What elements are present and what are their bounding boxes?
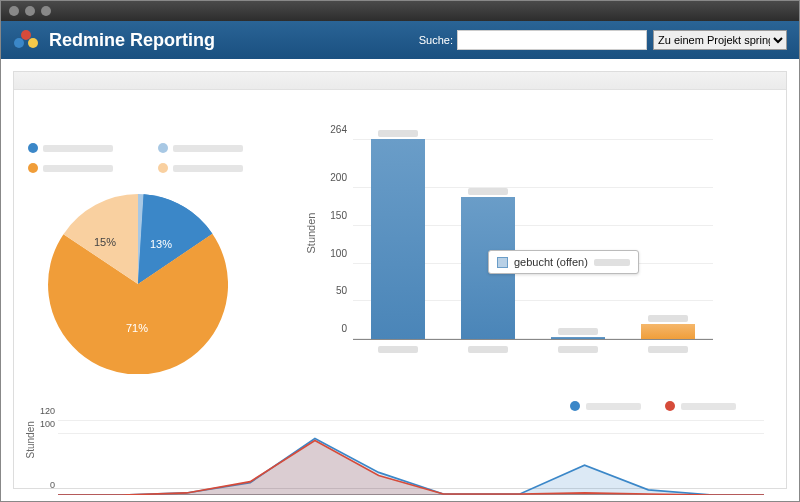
app-title: Redmine Reporting xyxy=(49,30,215,51)
legend-item[interactable] xyxy=(28,140,138,156)
line-xtick: 12.09.2016 xyxy=(35,499,80,501)
app-logo-icon xyxy=(13,27,39,53)
bar-chart: Stunden 0 50 100 150 200 264 xyxy=(313,140,772,395)
search-label: Suche: xyxy=(419,34,453,46)
legend-item[interactable] xyxy=(158,140,268,156)
search-input[interactable] xyxy=(457,30,647,50)
line-y-axis-label: Stunden xyxy=(25,421,36,458)
pie-slice-label: 13% xyxy=(150,238,172,250)
bar-ytick: 0 xyxy=(341,323,347,334)
svg-point-1 xyxy=(28,38,38,48)
pie-slice-label: 71% xyxy=(126,322,148,334)
line-ytick: 100 xyxy=(40,419,55,429)
window-titlebar xyxy=(1,1,799,21)
window-dot xyxy=(9,6,19,16)
line-svg xyxy=(58,421,764,495)
tooltip-label: gebucht (offen) xyxy=(514,256,588,268)
line-legend xyxy=(570,401,736,411)
legend-item[interactable] xyxy=(665,401,736,411)
pie-legend xyxy=(28,140,303,176)
bar-ytick: 200 xyxy=(330,172,347,183)
line-xtick: 30.11.2016 xyxy=(741,499,786,501)
bar-ytick: 50 xyxy=(336,285,347,296)
legend-item[interactable] xyxy=(158,160,268,176)
svg-point-2 xyxy=(21,30,31,40)
tooltip-value-stub xyxy=(594,259,630,266)
bar-ytick: 150 xyxy=(330,209,347,220)
tooltip-swatch-icon xyxy=(497,257,508,268)
report-card: 13% 71% 15% Stunden 0 xyxy=(13,71,787,489)
window-dot xyxy=(25,6,35,16)
bar-tooltip: gebucht (offen) xyxy=(488,250,639,274)
line-ytick: 120 xyxy=(40,406,55,416)
legend-item[interactable] xyxy=(570,401,641,411)
line-chart: Stunden 0 100 120 xyxy=(28,413,772,501)
bar[interactable] xyxy=(363,130,433,339)
bar-ytick: 100 xyxy=(330,247,347,258)
bar-y-axis-label: Stunden xyxy=(305,212,317,253)
app-header: Redmine Reporting Suche: Zu einem Projek… xyxy=(1,21,799,59)
svg-point-0 xyxy=(14,38,24,48)
pie-svg xyxy=(48,194,228,374)
bar-ytick: 264 xyxy=(330,124,347,135)
project-jump-select[interactable]: Zu einem Projekt springen... xyxy=(653,30,787,50)
line-xtick: 21.11.2016 xyxy=(626,499,671,501)
card-toolbar xyxy=(14,72,786,90)
bar[interactable] xyxy=(543,328,613,339)
line-xtick: 10.10.2016 xyxy=(292,499,337,501)
legend-item[interactable] xyxy=(28,160,138,176)
line-xtick: 24.10.2016 xyxy=(420,499,465,501)
line-xtick: 07.11.2016 xyxy=(498,499,543,501)
line-ytick: 0 xyxy=(50,480,55,490)
line-xtick: 26.09.2016 xyxy=(164,499,209,501)
pie-slice-label: 15% xyxy=(94,236,116,248)
window-dot xyxy=(41,6,51,16)
pie-chart: 13% 71% 15% xyxy=(28,140,303,395)
bar[interactable] xyxy=(633,315,703,339)
